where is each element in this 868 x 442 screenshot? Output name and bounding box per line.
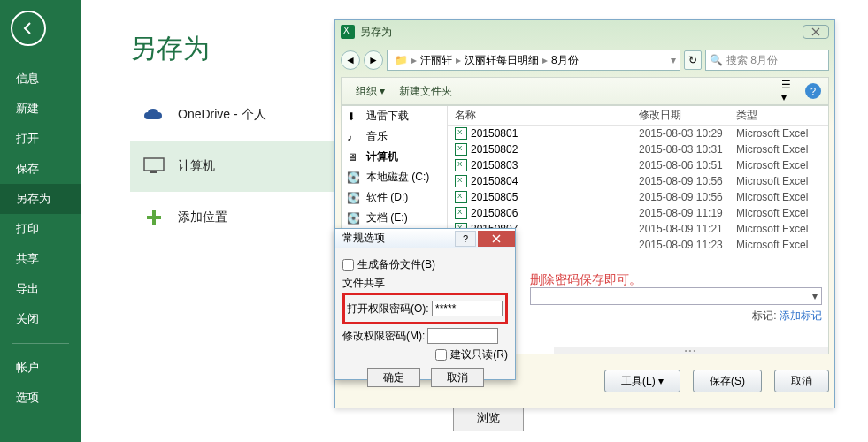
col-type[interactable]: 类型 bbox=[736, 108, 828, 123]
backup-checkbox[interactable] bbox=[342, 259, 354, 271]
table-row[interactable]: 201508032015-08-06 10:51Microsoft Excel bbox=[448, 157, 828, 173]
table-row[interactable]: 201508042015-08-09 10:56Microsoft Excel bbox=[448, 173, 828, 189]
share-section-label: 文件共享 bbox=[342, 276, 508, 291]
breadcrumb-seg[interactable]: 汗丽轩 bbox=[417, 53, 456, 68]
backup-label: 生成备份文件(B) bbox=[357, 257, 435, 272]
modify-password-input[interactable] bbox=[427, 328, 498, 344]
folder-icon: 📁 bbox=[391, 54, 411, 66]
sidebar-item-打开[interactable]: 打开 bbox=[0, 124, 81, 154]
browse-button[interactable]: 浏览 bbox=[453, 405, 524, 431]
svg-rect-0 bbox=[144, 158, 164, 171]
excel-file-icon bbox=[455, 191, 467, 203]
readonly-label: 建议只读(R) bbox=[450, 347, 508, 362]
plus-icon bbox=[142, 206, 165, 229]
breadcrumb-seg[interactable]: 8月份 bbox=[548, 53, 582, 68]
sidebar-item-新建[interactable]: 新建 bbox=[0, 94, 81, 124]
save-button[interactable]: 保存(S) bbox=[693, 370, 762, 392]
back-button[interactable] bbox=[11, 11, 46, 46]
excel-file-icon bbox=[455, 207, 467, 219]
help-icon[interactable]: ? bbox=[805, 83, 821, 99]
sidebar-item-信息[interactable]: 信息 bbox=[0, 64, 81, 94]
tree-item[interactable]: 💽本地磁盘 (C:) bbox=[342, 167, 447, 187]
breadcrumb-seg[interactable]: 汉丽轩每日明细 bbox=[461, 53, 542, 68]
view-icon[interactable]: ☰ ▾ bbox=[780, 81, 800, 101]
tree-item[interactable]: 🖥计算机 bbox=[342, 147, 447, 167]
open-password-input[interactable] bbox=[432, 301, 503, 316]
general-options-dialog: 常规选项 ? 生成备份文件(B) 文件共享 打开权限密码(O): 修改权限密码(… bbox=[334, 228, 516, 380]
disk-icon: 💽 bbox=[347, 192, 361, 204]
table-row[interactable]: 201508012015-08-03 10:29Microsoft Excel bbox=[448, 126, 828, 141]
sidebar-item-选项[interactable]: 选项 bbox=[0, 383, 81, 413]
filetype-combo[interactable] bbox=[530, 287, 822, 305]
music-icon: ♪ bbox=[347, 131, 361, 143]
refresh-icon[interactable]: ↻ bbox=[684, 50, 702, 70]
tree-item[interactable]: ♪音乐 bbox=[342, 126, 447, 147]
excel-icon bbox=[341, 25, 355, 39]
close-icon[interactable] bbox=[803, 25, 829, 39]
tree-item[interactable]: ⬇迅雷下载 bbox=[342, 106, 447, 126]
open-password-label: 打开权限密码(O): bbox=[347, 301, 432, 316]
col-name[interactable]: 名称 bbox=[448, 108, 639, 123]
table-row[interactable]: 201508052015-08-09 10:56Microsoft Excel bbox=[448, 189, 828, 205]
col-date[interactable]: 修改日期 bbox=[639, 108, 736, 123]
breadcrumb[interactable]: 📁▸汗丽轩▸汉丽轩每日明细▸8月份▾ bbox=[387, 50, 680, 71]
disk-icon: 💽 bbox=[347, 171, 361, 184]
sidebar-item-共享[interactable]: 共享 bbox=[0, 244, 81, 274]
ok-button[interactable]: 确定 bbox=[367, 368, 420, 387]
scroll-indicator[interactable]: ••• bbox=[554, 347, 828, 354]
search-icon: 🔍 bbox=[710, 54, 723, 66]
sidebar-item-保存[interactable]: 保存 bbox=[0, 154, 81, 184]
organize-button[interactable]: 组织 ▾ bbox=[349, 82, 392, 101]
dialog-title: 另存为 bbox=[360, 25, 803, 40]
svg-rect-1 bbox=[150, 171, 157, 173]
table-row[interactable]: 201508062015-08-09 11:19Microsoft Excel bbox=[448, 205, 828, 221]
tools-button[interactable]: 工具(L) ▾ bbox=[604, 370, 680, 392]
disk-icon: 💽 bbox=[347, 212, 361, 225]
cloud-icon bbox=[142, 103, 165, 126]
excel-file-icon bbox=[455, 143, 467, 156]
sidebar-item-帐户[interactable]: 帐户 bbox=[0, 353, 81, 383]
excel-file-icon bbox=[455, 127, 467, 140]
backstage-sidebar: 信息新建打开保存另存为打印共享导出关闭 帐户选项 bbox=[0, 0, 81, 442]
excel-file-icon bbox=[455, 175, 467, 187]
sidebar-item-导出[interactable]: 导出 bbox=[0, 274, 81, 304]
table-row[interactable]: 201508022015-08-03 10:31Microsoft Excel bbox=[448, 141, 828, 157]
excel-file-icon bbox=[455, 159, 467, 171]
new-folder-button[interactable]: 新建文件夹 bbox=[392, 82, 459, 101]
close-button[interactable] bbox=[478, 231, 515, 247]
search-input[interactable]: 🔍 搜索 8月份 bbox=[705, 50, 829, 71]
download-icon: ⬇ bbox=[347, 110, 361, 123]
computer-icon: 🖥 bbox=[347, 151, 361, 164]
place-label: 计算机 bbox=[178, 158, 215, 174]
sidebar-item-打印[interactable]: 打印 bbox=[0, 214, 81, 244]
tree-item[interactable]: 💽文档 (E:) bbox=[342, 208, 447, 228]
genopt-title: 常规选项 bbox=[335, 231, 455, 246]
cancel-button[interactable]: 取消 bbox=[774, 370, 829, 392]
place-label: OneDrive - 个人 bbox=[178, 107, 266, 123]
computer-icon bbox=[142, 155, 165, 178]
modify-password-label: 修改权限密码(M): bbox=[342, 329, 427, 344]
annotation-text: 删除密码保存即可。 bbox=[530, 272, 641, 288]
sidebar-item-另存为[interactable]: 另存为 bbox=[0, 184, 81, 214]
readonly-checkbox[interactable] bbox=[435, 349, 447, 361]
nav-forward-icon[interactable]: ► bbox=[364, 50, 383, 70]
sidebar-item-关闭[interactable]: 关闭 bbox=[0, 304, 81, 334]
cancel-button[interactable]: 取消 bbox=[431, 368, 484, 387]
help-button[interactable]: ? bbox=[455, 231, 476, 247]
tags-field[interactable]: 标记: 添加标记 bbox=[752, 309, 822, 324]
tree-item[interactable]: 💽软件 (D:) bbox=[342, 187, 447, 208]
place-label: 添加位置 bbox=[178, 210, 227, 225]
nav-back-icon[interactable]: ◄ bbox=[341, 50, 360, 70]
